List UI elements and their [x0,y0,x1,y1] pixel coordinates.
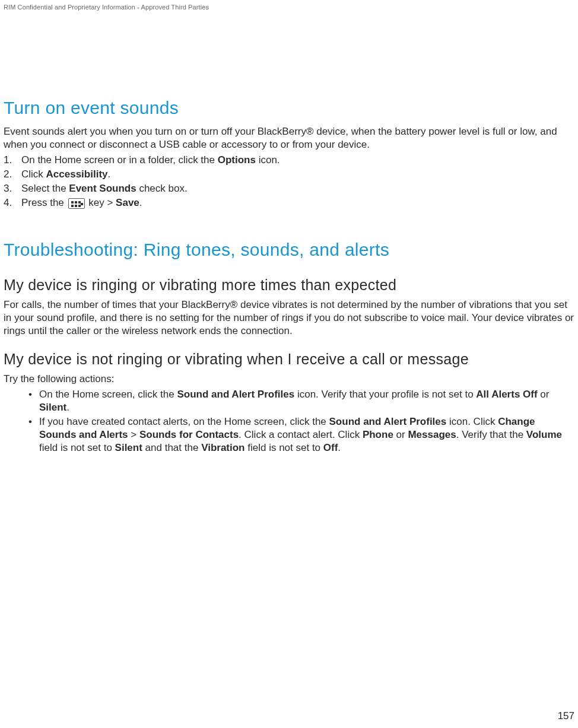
step-text: icon. [256,154,280,166]
text: or [393,429,408,440]
all-alerts-off-label: All Alerts Off [476,389,537,400]
text: > [128,429,139,440]
save-label: Save [116,197,139,208]
section-title-turn-on-event-sounds: Turn on event sounds [4,98,574,118]
text: and that the [142,442,201,453]
intro-paragraph: Event sounds alert you when you turn on … [4,125,574,151]
options-label: Options [218,154,256,166]
messages-label: Messages [408,429,456,440]
text: icon. Verify that your profile is not se… [294,389,476,400]
page-number: 157 [558,710,574,722]
text: . Verify that the [456,429,526,440]
step-text: . [108,169,111,180]
text: On the Home screen, click the [39,389,177,400]
try-following-text: Try the following actions: [4,373,574,386]
sounds-for-contacts-label: Sounds for Contacts [139,429,239,440]
section-title-troubleshooting: Troubleshooting: Ring tones, sounds, and… [4,240,574,260]
text: . [66,402,69,413]
step-text: Select the [21,183,69,194]
phone-label: Phone [363,429,393,440]
silent-label: Silent [115,442,142,453]
step-text: key > [86,197,116,208]
text: field is not set to [39,442,115,453]
text: . Click a contact alert. Click [239,429,363,440]
sound-alert-profiles-label: Sound and Alert Profiles [177,389,294,400]
text: If you have created contact alerts, on t… [39,416,329,427]
page-content: Turn on event sounds Event sounds alert … [4,98,574,456]
step-number: 2. [4,168,12,181]
step-1: 1. On the Home screen or in a folder, cl… [4,154,574,167]
subsection-body: For calls, the number of times that your… [4,298,574,338]
step-3: 3. Select the Event Sounds check box. [4,182,574,195]
text: . [338,442,341,453]
subsection-title-not-ringing: My device is not ringing or vibrating wh… [4,351,574,368]
off-label: Off [323,442,338,453]
troubleshoot-bullets: On the Home screen, click the Sound and … [4,388,574,454]
step-2: 2. Click Accessibility. [4,168,574,181]
silent-label: Silent [39,402,66,413]
bullet-1: On the Home screen, click the Sound and … [4,388,574,414]
accessibility-label: Accessibility [46,169,108,180]
steps-list: 1. On the Home screen or in a folder, cl… [4,154,574,209]
sound-alert-profiles-label: Sound and Alert Profiles [329,416,447,427]
text: or [538,389,550,400]
menu-key-icon [68,198,85,209]
event-sounds-label: Event Sounds [69,183,136,194]
step-number: 1. [4,154,12,167]
vibration-label: Vibration [201,442,244,453]
step-4: 4. Press the key > Save. [4,196,574,209]
step-number: 4. [4,196,12,209]
step-number: 3. [4,182,12,195]
text: field is not set to [245,442,323,453]
step-text: On the Home screen or in a folder, click… [21,154,218,166]
confidential-header: RIM Confidential and Proprietary Informa… [4,4,209,11]
volume-label: Volume [526,429,562,440]
text: icon. Click [446,416,498,427]
step-text: check box. [136,183,188,194]
step-text: Press the [21,197,67,208]
step-text: . [139,197,142,208]
bullet-2: If you have created contact alerts, on t… [4,415,574,454]
subsection-title-ringing-more: My device is ringing or vibrating more t… [4,276,574,294]
step-text: Click [21,169,46,180]
